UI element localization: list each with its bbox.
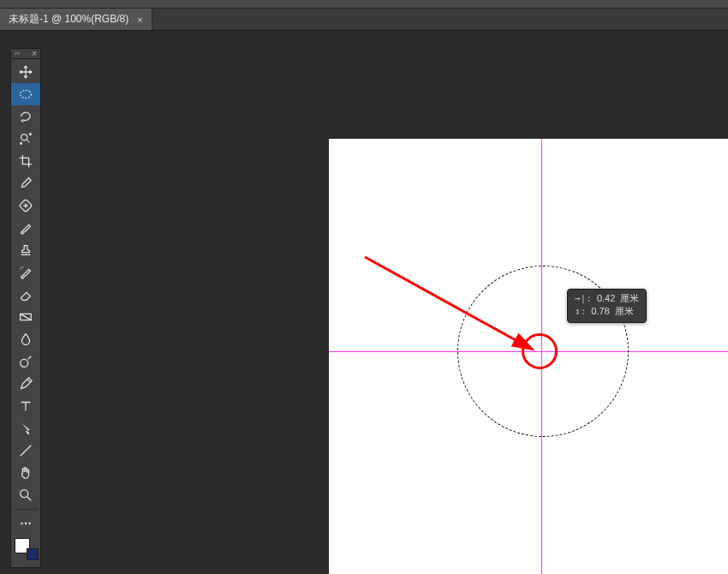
svg-point-8 [21, 523, 22, 524]
svg-point-6 [21, 359, 28, 367]
lasso-tool[interactable] [11, 105, 40, 128]
eyedropper-tool[interactable] [11, 172, 40, 194]
clone-stamp-tool[interactable] [11, 239, 40, 261]
elliptical-marquee-tool[interactable] [11, 83, 40, 105]
close-icon[interactable]: × [135, 15, 144, 25]
tools-panel: ›› × [10, 48, 41, 568]
annotation-circle [522, 333, 558, 369]
spot-heal-tool[interactable] [11, 194, 40, 217]
blur-tool[interactable] [11, 328, 40, 350]
panel-handle[interactable]: ›› × [10, 48, 41, 58]
document-tab-bar: 未标题-1 @ 100%(RGB/8) × [0, 9, 728, 31]
svg-point-0 [21, 91, 32, 99]
gradient-tool[interactable] [11, 306, 40, 328]
brush-tool[interactable] [11, 217, 40, 239]
width-unit: 厘米 [620, 292, 639, 305]
workspace: ›› × →|: 0.42 厘米 [0, 31, 728, 574]
height-value: 0.78 [591, 305, 609, 318]
measurement-tooltip: →|: 0.42 厘米 ↕: 0.78 厘米 [567, 289, 647, 323]
collapse-icon: ›› [15, 50, 20, 57]
pen-tool[interactable] [11, 373, 40, 395]
background-swatch[interactable] [27, 548, 39, 560]
quick-selection-tool[interactable] [11, 128, 40, 150]
canvas[interactable]: →|: 0.42 厘米 ↕: 0.78 厘米 [329, 139, 728, 574]
svg-point-7 [21, 490, 28, 498]
document-tab[interactable]: 未标题-1 @ 100%(RGB/8) × [0, 9, 152, 30]
document-tab-title: 未标题-1 @ 100%(RGB/8) [9, 12, 128, 27]
history-brush-tool[interactable] [11, 261, 40, 284]
svg-point-9 [25, 523, 27, 524]
width-symbol: →|: [575, 292, 592, 305]
line-tool[interactable] [11, 439, 40, 462]
path-selection-tool[interactable] [11, 417, 40, 439]
svg-point-1 [21, 135, 27, 141]
tool-separator [14, 509, 38, 510]
dodge-tool[interactable] [11, 350, 40, 373]
zoom-tool[interactable] [11, 484, 40, 506]
hand-tool[interactable] [11, 462, 40, 484]
height-symbol: ↕: [575, 305, 586, 318]
width-value: 0.42 [597, 292, 615, 305]
menu-bar [0, 0, 728, 9]
edit-toolbar-button[interactable] [11, 512, 40, 535]
svg-point-3 [21, 143, 22, 145]
height-unit: 厘米 [615, 305, 634, 318]
svg-point-2 [30, 134, 32, 135]
type-tool[interactable] [11, 395, 40, 417]
crop-tool[interactable] [11, 150, 40, 172]
close-icon[interactable]: × [32, 50, 37, 58]
move-tool[interactable] [11, 61, 40, 83]
color-swatches[interactable] [11, 535, 40, 564]
eraser-tool[interactable] [11, 284, 40, 306]
svg-point-10 [28, 523, 30, 524]
